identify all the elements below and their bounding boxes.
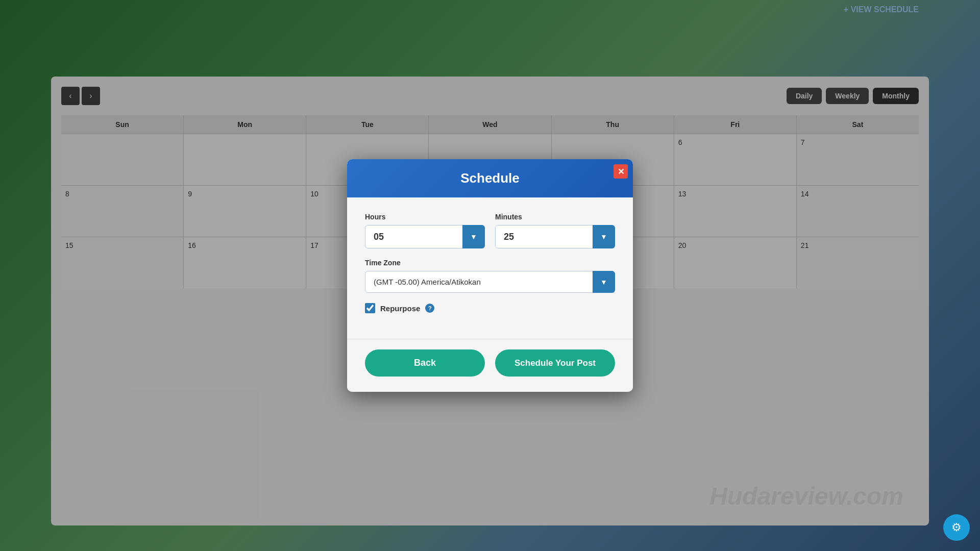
support-icon: ⚙ (951, 521, 962, 534)
modal-title: Schedule (460, 170, 520, 186)
support-button[interactable]: ⚙ (943, 514, 970, 541)
hours-label: Hours (365, 213, 485, 221)
hours-group: Hours 05 (365, 213, 485, 248)
minutes-label: Minutes (495, 213, 615, 221)
schedule-your-post-button[interactable]: Schedule Your Post (495, 349, 615, 377)
minutes-select-wrapper: 25 (495, 225, 615, 248)
timezone-select-wrapper: (GMT -05.00) America/Atikokan (365, 271, 615, 293)
repurpose-info-icon[interactable]: ? (425, 304, 434, 313)
hours-select[interactable]: 05 (365, 225, 485, 248)
modal-header: Schedule ✕ (347, 159, 633, 197)
modal-footer: Back Schedule Your Post Click here to fi… (347, 339, 633, 392)
timezone-select[interactable]: (GMT -05.00) America/Atikokan (365, 271, 615, 293)
minutes-select[interactable]: 25 (495, 225, 615, 248)
time-row: Hours 05 Minutes 25 (365, 213, 615, 248)
minutes-group: Minutes 25 (495, 213, 615, 248)
timezone-group: Time Zone (GMT -05.00) America/Atikokan (365, 259, 615, 293)
repurpose-label: Repurpose (380, 304, 420, 313)
timezone-label: Time Zone (365, 259, 615, 267)
schedule-modal: Schedule ✕ Hours 05 Minutes 25 (347, 159, 633, 392)
back-button[interactable]: Back (365, 349, 485, 377)
repurpose-checkbox[interactable] (365, 303, 375, 313)
modal-close-button[interactable]: ✕ (614, 164, 628, 179)
hours-select-wrapper: 05 (365, 225, 485, 248)
modal-body: Hours 05 Minutes 25 Tim (347, 197, 633, 339)
repurpose-row: Repurpose ? (365, 303, 615, 313)
